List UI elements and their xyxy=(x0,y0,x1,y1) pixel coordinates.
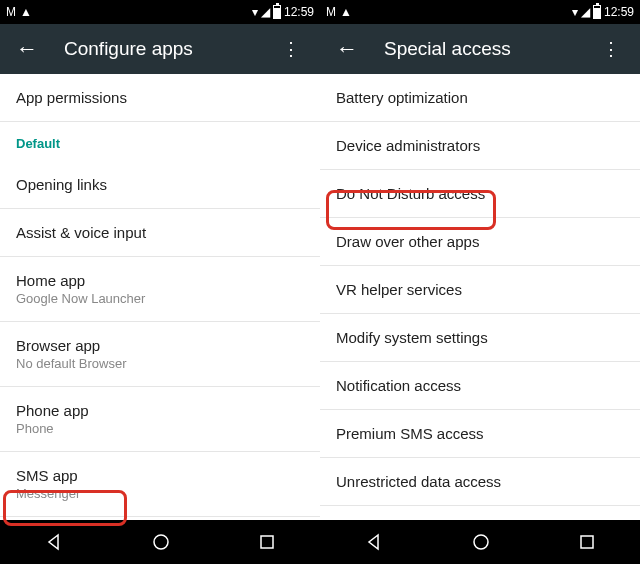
nav-recent-icon[interactable] xyxy=(578,533,596,551)
back-arrow-icon[interactable]: ← xyxy=(16,36,38,62)
list-item-subtitle: Google Now Launcher xyxy=(16,291,304,306)
battery-icon xyxy=(273,5,281,19)
list-item-title: Premium SMS access xyxy=(336,425,624,442)
list-item-subtitle: No default Browser xyxy=(16,356,304,371)
list-item-title: Home app xyxy=(16,272,304,289)
list-item-do-not-disturb-access[interactable]: Do Not Disturb access xyxy=(320,170,640,218)
clock-time: 12:59 xyxy=(284,5,314,19)
list-item-title: Phone app xyxy=(16,402,304,419)
list-item-app-permissions[interactable]: App permissions xyxy=(0,74,320,122)
list-item-battery-optimization[interactable]: Battery optimization xyxy=(320,74,640,122)
svg-rect-1 xyxy=(261,536,273,548)
list-item-title: Notification access xyxy=(336,377,624,394)
list-item-usage-access[interactable]: Usage access xyxy=(320,506,640,520)
list-item-device-administrators[interactable]: Device administrators xyxy=(320,122,640,170)
list-item-title: Assist & voice input xyxy=(16,224,304,241)
list-item-title: SMS app xyxy=(16,467,304,484)
image-icon: ▲ xyxy=(340,6,352,18)
svg-rect-3 xyxy=(581,536,593,548)
status-bar: M ▲ ▾ ◢ 12:59 xyxy=(320,0,640,24)
wifi-icon: ▾ xyxy=(572,6,578,18)
list-item-subtitle: Phone xyxy=(16,421,304,436)
nav-bar xyxy=(0,520,320,564)
phone-left: M ▲ ▾ ◢ 12:59 ← Configure apps ⋮ App per… xyxy=(0,0,320,564)
list-item-title: Modify system settings xyxy=(336,329,624,346)
section-header-default: Default xyxy=(0,122,320,161)
battery-icon xyxy=(593,5,601,19)
list-item-vr-helper-services[interactable]: VR helper services xyxy=(320,266,640,314)
gmail-icon: M xyxy=(326,6,336,18)
list-item-title: Opening links xyxy=(16,176,304,193)
list-item-notification-access[interactable]: Notification access xyxy=(320,362,640,410)
status-bar: M ▲ ▾ ◢ 12:59 xyxy=(0,0,320,24)
back-arrow-icon[interactable]: ← xyxy=(336,36,358,62)
list-item-title: Browser app xyxy=(16,337,304,354)
list-item-opening-links[interactable]: Opening links xyxy=(0,161,320,209)
nav-back-icon[interactable] xyxy=(364,532,384,552)
image-icon: ▲ xyxy=(20,6,32,18)
gmail-icon: M xyxy=(6,6,16,18)
list-item-title: Device administrators xyxy=(336,137,624,154)
wifi-icon: ▾ xyxy=(252,6,258,18)
nav-home-icon[interactable] xyxy=(151,532,171,552)
nav-bar xyxy=(320,520,640,564)
nav-back-icon[interactable] xyxy=(44,532,64,552)
action-bar: ← Configure apps ⋮ xyxy=(0,24,320,74)
svg-point-0 xyxy=(154,535,168,549)
nav-home-icon[interactable] xyxy=(471,532,491,552)
list-item-browser-app[interactable]: Browser appNo default Browser xyxy=(0,322,320,387)
signal-icon: ◢ xyxy=(261,6,270,18)
settings-list[interactable]: Battery optimizationDevice administrator… xyxy=(320,74,640,520)
action-bar: ← Special access ⋮ xyxy=(320,24,640,74)
page-title: Configure apps xyxy=(64,38,278,60)
list-item-title: Battery optimization xyxy=(336,89,624,106)
nav-recent-icon[interactable] xyxy=(258,533,276,551)
clock-time: 12:59 xyxy=(604,5,634,19)
list-item-title: Unrestricted data access xyxy=(336,473,624,490)
list-item-assist-voice-input[interactable]: Assist & voice input xyxy=(0,209,320,257)
list-item-modify-system-settings[interactable]: Modify system settings xyxy=(320,314,640,362)
list-item-title: Draw over other apps xyxy=(336,233,624,250)
overflow-menu-icon[interactable]: ⋮ xyxy=(278,38,304,60)
list-item-title: Do Not Disturb access xyxy=(336,185,624,202)
list-item-sms-app[interactable]: SMS appMessenger xyxy=(0,452,320,517)
overflow-menu-icon[interactable]: ⋮ xyxy=(598,38,624,60)
list-item-phone-app[interactable]: Phone appPhone xyxy=(0,387,320,452)
page-title: Special access xyxy=(384,38,598,60)
list-item-title: VR helper services xyxy=(336,281,624,298)
list-item-subtitle: Messenger xyxy=(16,486,304,501)
list-item-title: App permissions xyxy=(16,89,304,106)
list-item-unrestricted-data-access[interactable]: Unrestricted data access xyxy=(320,458,640,506)
list-item-premium-sms-access[interactable]: Premium SMS access xyxy=(320,410,640,458)
signal-icon: ◢ xyxy=(581,6,590,18)
phone-right: M ▲ ▾ ◢ 12:59 ← Special access ⋮ Battery… xyxy=(320,0,640,564)
svg-point-2 xyxy=(474,535,488,549)
list-item-draw-over-other-apps[interactable]: Draw over other apps xyxy=(320,218,640,266)
settings-list[interactable]: App permissionsDefaultOpening linksAssis… xyxy=(0,74,320,520)
list-item-home-app[interactable]: Home appGoogle Now Launcher xyxy=(0,257,320,322)
